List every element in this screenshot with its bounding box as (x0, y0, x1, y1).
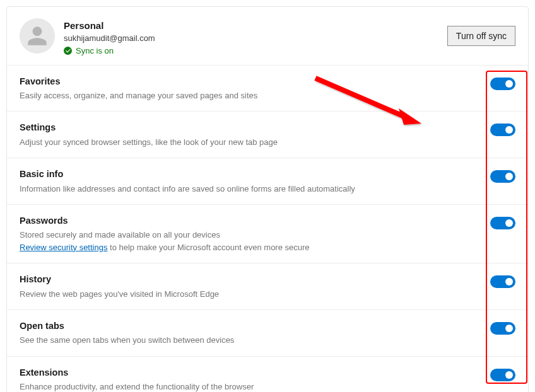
setting-row-basic-info: Basic info Information like addresses an… (7, 158, 528, 204)
setting-text: Passwords Stored securely and made avail… (20, 214, 490, 253)
person-icon (26, 25, 49, 47)
profile-header: Personal sukhijamudit@gmail.com Sync is … (7, 7, 528, 65)
setting-row-favorites: Favorites Easily access, organize, and m… (7, 65, 528, 112)
setting-text: Basic info Information like addresses an… (20, 168, 490, 195)
toggle-settings[interactable] (490, 124, 515, 136)
setting-text: Extensions Enhance productivity, and ext… (20, 366, 490, 392)
setting-title: Favorites (20, 75, 478, 88)
passwords-desc-post: to help make your Microsoft account even… (107, 243, 309, 252)
sync-status: Sync is on (64, 46, 447, 55)
setting-row-history: History Review the web pages you've visi… (7, 263, 528, 309)
check-circle-icon (64, 47, 72, 55)
avatar (20, 18, 55, 54)
setting-desc: Adjust your synced browser settings, lik… (20, 136, 478, 149)
passwords-desc-pre: Stored securely and made available on al… (20, 230, 220, 239)
setting-row-settings: Settings Adjust your synced browser sett… (7, 111, 528, 158)
setting-text: Settings Adjust your synced browser sett… (20, 121, 490, 148)
setting-title: Open tabs (20, 320, 478, 332)
setting-title: Settings (20, 121, 478, 134)
setting-desc: Stored securely and made available on al… (20, 229, 478, 253)
setting-row-extensions: Extensions Enhance productivity, and ext… (7, 356, 528, 392)
setting-title: Passwords (20, 214, 478, 227)
setting-desc: See the same open tabs when you switch b… (20, 334, 478, 347)
setting-desc: Enhance productivity, and extend the fun… (20, 381, 478, 392)
setting-title: Basic info (20, 168, 478, 180)
toggle-extensions[interactable] (490, 369, 515, 381)
setting-title: Extensions (20, 366, 478, 379)
toggle-basic-info[interactable] (490, 170, 515, 183)
profile-info: Personal sukhijamudit@gmail.com Sync is … (64, 18, 447, 55)
setting-desc: Easily access, organize, and manage your… (20, 89, 478, 102)
profile-name: Personal (64, 20, 447, 32)
toggle-passwords[interactable] (490, 217, 515, 229)
profile-email: sukhijamudit@gmail.com (64, 33, 447, 44)
setting-desc: Review the web pages you've visited in M… (20, 288, 478, 301)
setting-desc: Information like addresses and contact i… (20, 183, 478, 195)
sync-status-text: Sync is on (76, 46, 114, 55)
setting-text: Favorites Easily access, organize, and m… (20, 75, 490, 102)
setting-row-passwords: Passwords Stored securely and made avail… (7, 204, 528, 263)
toggle-open-tabs[interactable] (490, 322, 515, 335)
sync-settings-card: Personal sukhijamudit@gmail.com Sync is … (6, 6, 529, 392)
toggle-history[interactable] (490, 275, 515, 288)
review-security-settings-link[interactable]: Review security settings (20, 243, 107, 252)
toggle-favorites[interactable] (490, 78, 515, 90)
setting-row-open-tabs: Open tabs See the same open tabs when yo… (7, 309, 528, 356)
setting-text: History Review the web pages you've visi… (20, 273, 490, 300)
setting-text: Open tabs See the same open tabs when yo… (20, 320, 490, 347)
turn-off-sync-button[interactable]: Turn off sync (447, 26, 515, 46)
setting-title: History (20, 273, 478, 285)
